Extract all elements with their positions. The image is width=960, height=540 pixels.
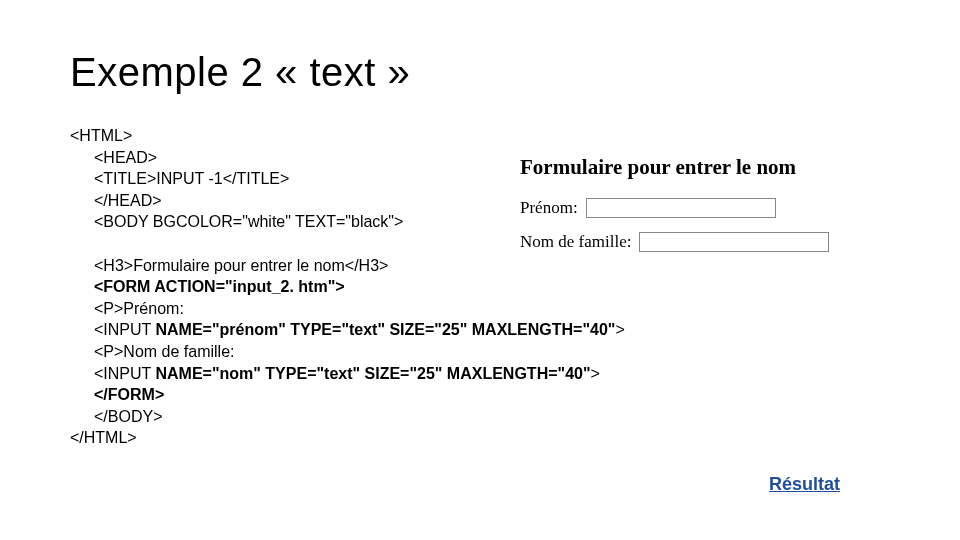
code-text: <INPUT — [94, 321, 156, 338]
label-prenom: Prénom: — [520, 198, 578, 218]
code-line: </FORM> — [70, 384, 625, 406]
code-line: <INPUT NAME="nom" TYPE="text" SIZE="25" … — [70, 363, 625, 385]
code-text: <INPUT — [94, 365, 156, 382]
input-prenom[interactable] — [586, 198, 776, 218]
code-line: <P>Nom de famille: — [70, 341, 625, 363]
code-text: NAME="nom" TYPE="text" SIZE="25" MAXLENG… — [156, 365, 591, 382]
input-nom[interactable] — [639, 232, 829, 252]
rendered-preview: Formulaire pour entrer le nom Prénom: No… — [520, 155, 920, 266]
code-line: <P>Prénom: — [70, 298, 625, 320]
code-line: </HTML> — [70, 427, 625, 449]
code-text: NAME="prénom" TYPE="text" SIZE="25" MAXL… — [156, 321, 616, 338]
label-nom: Nom de famille: — [520, 232, 631, 252]
preview-heading: Formulaire pour entrer le nom — [520, 155, 920, 180]
slide-title: Exemple 2 « text » — [70, 50, 890, 95]
code-line: <INPUT NAME="prénom" TYPE="text" SIZE="2… — [70, 319, 625, 341]
code-line: <FORM ACTION="input_2. htm"> — [70, 276, 625, 298]
preview-row-nom: Nom de famille: — [520, 232, 920, 252]
code-line: <HTML> — [70, 125, 625, 147]
result-link[interactable]: Résultat — [769, 474, 840, 495]
preview-row-prenom: Prénom: — [520, 198, 920, 218]
code-text: > — [591, 365, 600, 382]
code-line: </BODY> — [70, 406, 625, 428]
code-text: > — [615, 321, 624, 338]
